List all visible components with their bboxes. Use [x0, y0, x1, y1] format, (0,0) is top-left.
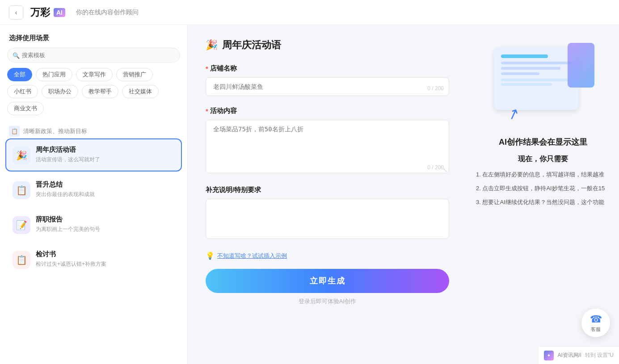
logo-area: 万彩 AI — [30, 6, 65, 19]
illus-line-3 — [501, 67, 560, 70]
bottom-bar: ✦ AI资讯网/i 转到 设置"U — [539, 346, 619, 364]
activity-input-wrap: 0 / 200 ⤡ — [206, 120, 449, 175]
customer-service-button[interactable]: ☎ 客服 — [581, 309, 610, 337]
login-hint: 登录后即可体验AI创作 — [206, 297, 449, 305]
tag-social[interactable]: 社交媒体 — [122, 85, 159, 98]
template-info-anniversary: 周年庆活动语 活动宣传语，这么写就对了 — [36, 146, 175, 163]
form-label-activity: * 活动内容 — [206, 107, 449, 115]
resize-icon: ⤡ — [443, 167, 447, 173]
form-title-icon: 🎉 — [206, 39, 218, 51]
hint-row[interactable]: 💡 不知道写啥？试试插入示例 — [206, 251, 449, 260]
template-item-review[interactable]: 📋 检讨书 检讨过失+诚恩认错+补救方案 — [5, 243, 182, 276]
back-button[interactable]: ‹ — [9, 5, 23, 20]
logo-text: 万彩 — [30, 6, 50, 19]
info-steps: 1. 在左侧填好必要的信息，填写越详细，结果越准 2. 点击立即生成按钮，静待A… — [476, 170, 610, 211]
divider-text: 清晰新政策、推动新目标 — [23, 127, 87, 135]
template-desc-promotion: 突出你最佳的表现和成就 — [36, 191, 175, 198]
generate-label: 立即生成 — [310, 276, 345, 285]
template-item-resignation[interactable]: 📝 辞职报告 为离职画上一个完美的句号 — [5, 208, 182, 241]
search-icon: 🔍 — [13, 52, 20, 59]
template-name-promotion: 晋升总结 — [36, 180, 175, 189]
right-panel: 🎉 周年庆活动语 * 店铺名称 0 / 200 * 活动内容 — [188, 25, 619, 364]
required-star-activity: * — [206, 107, 208, 115]
template-name-resignation: 辞职报告 — [36, 215, 175, 224]
template-info-review: 检讨书 检讨过失+诚恩认错+补救方案 — [36, 250, 175, 268]
tag-xiaohongshu[interactable]: 小红书 — [7, 85, 38, 98]
tag-article[interactable]: 文章写作 — [76, 68, 113, 81]
illus-line-6 — [501, 83, 552, 86]
template-desc-review: 检讨过失+诚恩认错+补救方案 — [36, 260, 175, 268]
info-step-3: 3. 想要让AI继续优化结果？当然没问题，这个功能 — [476, 198, 610, 207]
illus-line-4 — [501, 72, 539, 75]
template-desc-anniversary: 活动宣传语，这么写就对了 — [36, 156, 175, 163]
template-icon-promotion: 📋 — [13, 181, 30, 199]
template-desc-resignation: 为离职画上一个完美的句号 — [36, 226, 175, 233]
illus-line-2 — [501, 62, 572, 64]
label-text-supplement: 补充说明/特别要求 — [206, 186, 261, 194]
form-area: 🎉 周年庆活动语 * 店铺名称 0 / 200 * 活动内容 — [188, 25, 467, 364]
shop-name-char-count: 0 / 200 — [427, 85, 444, 92]
main-layout: 选择使用场景 🔍 全部 热门应用 文章写作 营销推广 小红书 职场办公 教学帮手… — [0, 25, 619, 364]
tag-business[interactable]: 商业文书 — [7, 102, 44, 115]
watermark-text: AI资讯网/i — [557, 351, 581, 359]
form-label-shop-name: * 店铺名称 — [206, 64, 449, 73]
info-step-1: 1. 在左侧填好必要的信息，填写越详细，结果越准 — [476, 170, 610, 180]
info-title: AI创作结果会在显示这里 — [476, 137, 610, 147]
template-icon-resignation: 📝 — [13, 216, 30, 234]
illustration: ↗ — [485, 38, 601, 128]
illus-main-card — [494, 47, 579, 110]
shop-name-input[interactable] — [206, 77, 449, 96]
cs-icon: ☎ — [590, 314, 602, 325]
info-title-text: AI创作结果会在显示这里 — [499, 138, 587, 146]
back-icon: ‹ — [15, 9, 17, 16]
tag-filters: 全部 热门应用 文章写作 营销推广 小红书 职场办公 教学帮手 社交媒体 商业文… — [0, 68, 187, 119]
template-info-resignation: 辞职报告 为离职画上一个完美的句号 — [36, 215, 175, 233]
hint-icon: 💡 — [206, 251, 215, 260]
shop-name-input-wrap: 0 / 200 — [206, 77, 449, 96]
search-box: 🔍 — [7, 48, 180, 63]
illus-line-5 — [501, 79, 572, 81]
template-name-anniversary: 周年庆活动语 — [36, 146, 175, 154]
supplement-textarea[interactable] — [206, 199, 449, 239]
template-item-promotion[interactable]: 📋 晋升总结 突出你最佳的表现和成就 — [5, 173, 182, 206]
sidebar-title: 选择使用场景 — [0, 25, 187, 48]
label-text-shop: 店铺名称 — [210, 64, 237, 73]
form-group-supplement: 补充说明/特别要求 — [206, 186, 449, 241]
template-info-promotion: 晋升总结 突出你最佳的表现和成就 — [36, 180, 175, 198]
form-label-supplement: 补充说明/特别要求 — [206, 186, 449, 194]
generate-button[interactable]: 立即生成 — [206, 269, 449, 293]
search-input[interactable] — [7, 48, 180, 63]
hint-text: 不知道写啥？试试插入示例 — [217, 252, 287, 260]
template-item-anniversary[interactable]: 🎉 周年庆活动语 活动宣传语，这么写就对了 — [5, 138, 182, 172]
cs-label: 客服 — [591, 326, 601, 333]
supplement-input-wrap — [206, 199, 449, 241]
logo-ai-badge: AI — [54, 8, 65, 17]
watermark-suffix: 转到 设置"U — [585, 351, 614, 359]
activity-textarea[interactable] — [206, 120, 449, 173]
section-divider: 📋 清晰新政策、推动新目标 — [5, 122, 182, 138]
header-subtitle: 你的在线内容创作顾问 — [76, 8, 139, 17]
divider-icon: 📋 — [9, 126, 20, 137]
info-step-2: 2. 点击立即生成按钮，静待AI妙笔生花，一般在15 — [476, 184, 610, 193]
sidebar: 选择使用场景 🔍 全部 热门应用 文章写作 营销推广 小红书 职场办公 教学帮手… — [0, 25, 188, 364]
form-group-activity: * 活动内容 0 / 200 ⤡ — [206, 107, 449, 175]
tag-all[interactable]: 全部 — [7, 68, 32, 81]
tag-office[interactable]: 职场办公 — [42, 85, 78, 98]
required-star-shop: * — [206, 65, 208, 72]
template-icon-review: 📋 — [13, 251, 30, 269]
template-icon-anniversary: 🎉 — [13, 146, 30, 164]
template-list: 📋 清晰新政策、推动新目标 🎉 周年庆活动语 活动宣传语，这么写就对了 📋 晋升… — [0, 119, 187, 364]
form-title-row: 🎉 周年庆活动语 — [206, 38, 449, 52]
watermark-logo-icon: ✦ — [544, 351, 554, 360]
illus-line-1 — [501, 54, 548, 58]
activity-char-count: 0 / 200 — [427, 164, 444, 171]
info-subtitle: 现在，你只需要 — [476, 155, 610, 164]
illus-side-card — [568, 43, 594, 88]
template-name-review: 检讨书 — [36, 250, 175, 259]
tag-hot[interactable]: 热门应用 — [36, 68, 72, 81]
form-title: 周年庆活动语 — [222, 38, 281, 52]
tag-marketing[interactable]: 营销推广 — [116, 68, 153, 81]
header: ‹ 万彩 AI 你的在线内容创作顾问 — [0, 0, 619, 25]
form-group-shop-name: * 店铺名称 0 / 200 — [206, 64, 449, 96]
tag-education[interactable]: 教学帮手 — [82, 85, 118, 98]
